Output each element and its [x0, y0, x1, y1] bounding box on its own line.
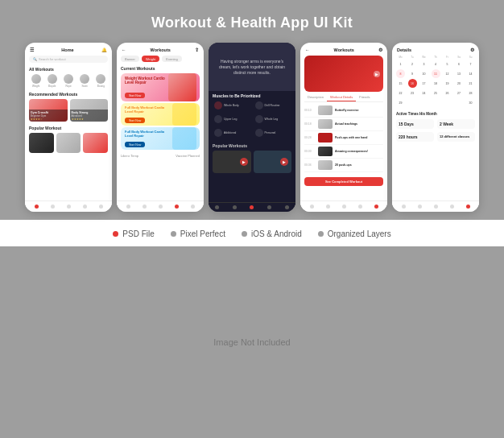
popular-card-2[interactable]: [56, 133, 81, 153]
nav5-heart[interactable]: [450, 205, 454, 209]
cal-2[interactable]: 2: [408, 60, 417, 68]
exercise-2[interactable]: 00:18 Actual teachings: [304, 118, 383, 131]
muscle-personal[interactable]: Personal: [254, 127, 292, 138]
cal-18[interactable]: 18: [432, 79, 440, 88]
cal-16-today[interactable]: 16: [408, 79, 417, 88]
cal-5[interactable]: 5: [443, 60, 452, 68]
cal-14[interactable]: 14: [466, 69, 475, 78]
tab-weight[interactable]: Weight: [142, 56, 159, 62]
nav4-home[interactable]: [310, 205, 314, 209]
cal-3[interactable]: 3: [419, 60, 428, 68]
tab-workout-details[interactable]: Workout Details: [327, 93, 356, 101]
nav5-search[interactable]: [418, 205, 422, 209]
start-btn-3[interactable]: Start Now: [125, 142, 145, 147]
share-icon: ⇪: [195, 48, 199, 52]
rec-card-1[interactable]: Gym Crossfit Beginner Gym ★★★★☆: [29, 99, 68, 122]
cal-11[interactable]: 11: [432, 69, 440, 78]
exercise-4[interactable]: 00:00 Amazing consequences!: [304, 145, 383, 159]
start-btn-2[interactable]: Start Now: [125, 118, 145, 123]
search-bar[interactable]: 🔍 Search for workout: [29, 56, 108, 63]
completed-btn[interactable]: See Completed Workout: [304, 177, 383, 186]
play-icon-2[interactable]: ▶: [280, 158, 288, 166]
nav4-plus[interactable]: [342, 205, 346, 209]
cal-12[interactable]: 12: [443, 69, 452, 78]
nav3-active[interactable]: [250, 205, 254, 209]
cal-1[interactable]: 1: [396, 60, 405, 68]
muscle-icon-1: [214, 101, 222, 110]
cal-20[interactable]: 20: [455, 79, 464, 88]
cal-6[interactable]: 6: [455, 60, 464, 68]
muscle-drill[interactable]: Drill Routine: [254, 100, 292, 111]
exercise-3[interactable]: 00:28 Push-ups with one hand: [304, 131, 383, 145]
cat-bicycle[interactable]: Bicycle: [48, 74, 57, 88]
nav3-heart[interactable]: [267, 205, 271, 209]
nav3-home[interactable]: [215, 205, 219, 209]
nav5-profile[interactable]: [466, 205, 470, 209]
cal-8[interactable]: 8: [396, 69, 405, 78]
nav-heart[interactable]: [83, 205, 87, 209]
cal-23[interactable]: 23: [408, 89, 417, 97]
cat-weight-label: Weight: [32, 85, 39, 88]
exercise-1[interactable]: 00:10 Butterfly exercise: [304, 104, 383, 118]
muscle-whole-leg[interactable]: Whole Leg: [254, 114, 292, 125]
nav-home[interactable]: [35, 205, 39, 209]
cat-boxing[interactable]: Boxing: [96, 74, 105, 88]
nav2-home[interactable]: [126, 205, 130, 209]
tab-banner[interactable]: Banner: [121, 56, 139, 62]
cal-19[interactable]: 19: [443, 79, 452, 88]
nav-plus[interactable]: [67, 205, 71, 209]
cal-4[interactable]: 4: [432, 60, 440, 68]
cal-25[interactable]: 25: [432, 89, 440, 97]
nav5-home[interactable]: [402, 205, 406, 209]
popular-card-1[interactable]: [29, 133, 54, 153]
nav2-profile[interactable]: [191, 205, 195, 209]
cal-30[interactable]: 30: [466, 98, 475, 107]
nav3-search[interactable]: [233, 205, 237, 209]
cal-21[interactable]: 21: [466, 79, 475, 88]
ex-thumb-3: [318, 133, 333, 143]
cal-9[interactable]: 9: [408, 69, 417, 78]
muscle-upper-leg[interactable]: Upper Leg: [213, 114, 251, 125]
nav4-profile[interactable]: [374, 205, 378, 209]
popular-dark-2[interactable]: ▶: [254, 151, 292, 173]
nav-search[interactable]: [51, 205, 55, 209]
popular-dark-row: ▶ ▶: [209, 149, 295, 184]
nav2-plus[interactable]: [159, 205, 163, 209]
nav4-search[interactable]: [326, 205, 330, 209]
workout-banner-3[interactable]: Full Body Workout Cardio Level Repair St…: [121, 127, 200, 150]
tab-description[interactable]: Description: [304, 93, 327, 101]
rec-card-2[interactable]: Body Strong Advanced ★★★★★: [70, 99, 109, 122]
cal-7[interactable]: 7: [466, 60, 475, 68]
popular-dark-1[interactable]: ▶: [213, 151, 251, 173]
exercise-5[interactable]: 00:36 20 push-ups: [304, 159, 383, 172]
tab-evening[interactable]: Evening: [162, 56, 181, 62]
muscle-additional[interactable]: Additional: [213, 127, 251, 138]
play-icon-1[interactable]: ▶: [240, 158, 248, 166]
cal-15[interactable]: 15: [396, 79, 405, 88]
cat-rope[interactable]: Rope: [64, 74, 73, 88]
cal-10[interactable]: 10: [419, 69, 428, 78]
tab-friends[interactable]: Friends: [356, 93, 373, 101]
popular-card-3[interactable]: [83, 133, 108, 153]
cal-27[interactable]: 27: [455, 89, 464, 97]
play-btn-detail[interactable]: ▶: [374, 71, 380, 77]
nav4-heart[interactable]: [358, 205, 362, 209]
cal-13[interactable]: 13: [455, 69, 464, 78]
nav2-search[interactable]: [143, 205, 147, 209]
cal-26[interactable]: 26: [443, 89, 452, 97]
cat-swim[interactable]: Swim: [80, 74, 89, 88]
nav-profile[interactable]: [99, 205, 103, 209]
muscle-whole-body[interactable]: Whole Body: [213, 100, 251, 111]
cal-17[interactable]: 17: [419, 79, 428, 88]
workout-banner-1[interactable]: Weight Workout Cardio Level Repair Start…: [121, 73, 200, 101]
workout-banner-2[interactable]: Full Body Workout Cardio Level Repair St…: [121, 103, 200, 126]
cat-weight[interactable]: Weight: [31, 74, 41, 88]
start-btn-1[interactable]: Start Now: [125, 93, 145, 98]
cal-29[interactable]: 29: [396, 98, 405, 107]
nav2-heart[interactable]: [175, 205, 179, 209]
nav3-profile[interactable]: [285, 205, 289, 209]
cal-24[interactable]: 24: [419, 89, 428, 97]
cal-22[interactable]: 22: [396, 89, 405, 97]
cal-28[interactable]: 28: [466, 89, 475, 97]
nav5-plus[interactable]: [434, 205, 438, 209]
